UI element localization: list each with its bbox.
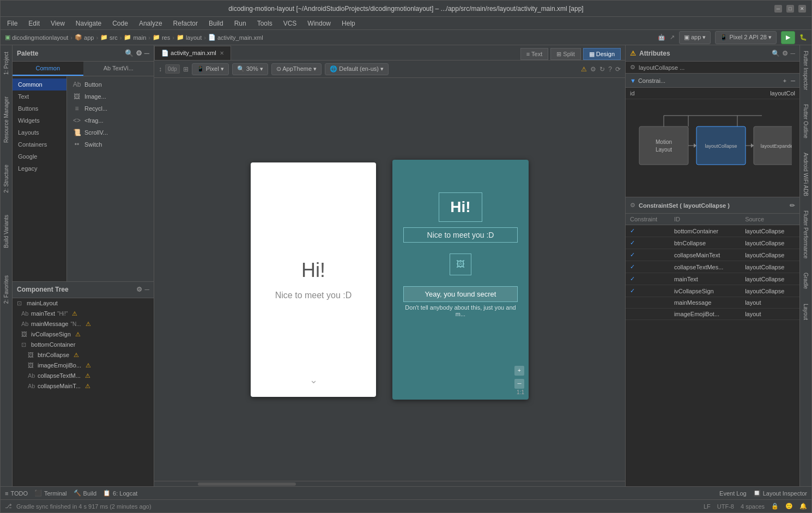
minimize-btn[interactable]: ─ <box>774 5 782 13</box>
cat-legacy[interactable]: Legacy <box>13 162 66 174</box>
ct-item-main-layout[interactable]: ⊡ mainLayout <box>13 298 154 309</box>
ct-settings-icon[interactable]: ⚙ <box>136 286 142 293</box>
favorites-tab[interactable]: 2: Favorites <box>2 272 11 307</box>
table-row[interactable]: ✓ btnCollapse layoutCollapse <box>626 237 799 249</box>
ct-item-main-message[interactable]: Ab mainMessage "N... ⚠ <box>13 319 154 329</box>
build-btn[interactable]: 🔨 Build <box>74 490 96 497</box>
table-row[interactable]: ✓ collapseTextMes... layoutCollapse <box>626 261 799 273</box>
bc-res[interactable]: 📁 res <box>153 34 170 41</box>
horizontal-scrollbar[interactable] <box>154 481 625 486</box>
config-icon[interactable]: ⚙ <box>590 65 596 73</box>
palette-settings-icon[interactable]: ⚙ <box>136 49 142 57</box>
palette-item-image[interactable]: 🖼 Image... <box>69 90 152 102</box>
menu-code[interactable]: Code <box>110 19 130 28</box>
logcat-btn[interactable]: 📋 6: Logcat <box>103 490 137 497</box>
table-row[interactable]: imageEmojiBot... layout <box>626 309 799 320</box>
sync-icon[interactable]: ↻ <box>599 65 605 73</box>
ct-item-collapse-main[interactable]: Ab collapseMainT... ⚠ <box>13 381 154 391</box>
table-row[interactable]: ✓ mainText layoutCollapse <box>626 273 799 285</box>
ct-item-collapse-text[interactable]: Ab collapseTextM... ⚠ <box>13 371 154 381</box>
dp-zero-icon[interactable]: 0dp <box>165 64 180 74</box>
menu-help[interactable]: Help <box>340 19 357 28</box>
bc-src[interactable]: 📁 src <box>100 34 118 41</box>
teal-minus-icon[interactable]: ─ <box>514 379 524 389</box>
cat-widgets[interactable]: Widgets <box>13 114 66 126</box>
resource-manager-tab[interactable]: Resource Manager <box>2 93 11 146</box>
palette-item-recyclerview[interactable]: ≡ Recycl... <box>69 102 152 114</box>
cursor-icon[interactable]: ↗ <box>670 34 675 41</box>
flutter-performance-tab[interactable]: Flutter Performance <box>801 207 810 262</box>
table-row[interactable]: mainMessage layout <box>626 297 799 309</box>
palette-tab-textview[interactable]: Ab TextVi... <box>83 62 154 76</box>
menu-navigate[interactable]: Navigate <box>74 19 104 28</box>
cat-containers[interactable]: Containers <box>13 138 66 150</box>
app-dropdown[interactable]: ▣ app ▾ <box>679 31 711 44</box>
menu-view[interactable]: View <box>49 19 67 28</box>
view-split-btn[interactable]: ⊞ Split <box>550 48 580 60</box>
table-row[interactable]: ✓ collapseMainText layoutCollapse <box>626 249 799 261</box>
cat-layouts[interactable]: Layouts <box>13 126 66 138</box>
cat-google[interactable]: Google <box>13 150 66 162</box>
ct-item-main-text[interactable]: Ab mainText "Hi!" ⚠ <box>13 309 154 319</box>
structure-tab[interactable]: 2: Structure <box>2 161 11 196</box>
bc-app[interactable]: 📦 app <box>75 34 94 41</box>
menu-run[interactable]: Run <box>232 19 249 28</box>
android-wifi-adb-tab[interactable]: Android WiFi ADB <box>801 149 810 200</box>
menu-analyze[interactable]: Analyze <box>137 19 165 28</box>
add-constraint-icon[interactable]: + <box>783 77 786 84</box>
tab-close-icon[interactable]: ✕ <box>220 50 224 56</box>
cat-text[interactable]: Text <box>13 90 66 102</box>
bc-layout[interactable]: 📁 layout <box>177 34 202 41</box>
layout-inspector-btn[interactable]: 🔲 Layout Inspector <box>753 490 807 497</box>
event-log-btn[interactable]: Event Log <box>719 490 747 497</box>
flutter-inspector-tab[interactable]: Flutter Inspector <box>801 47 810 93</box>
menu-refactor[interactable]: Refactor <box>171 19 200 28</box>
ct-item-bottom-container[interactable]: ⊡ bottomContainer <box>13 340 154 350</box>
ct-minimize-icon[interactable]: ─ <box>144 286 149 293</box>
remove-constraint-icon[interactable]: ─ <box>791 77 795 84</box>
view-design-btn[interactable]: ▦ Design <box>583 48 621 60</box>
menu-vcs[interactable]: VCS <box>281 19 299 28</box>
grid-icon[interactable]: ⊞ <box>183 65 189 73</box>
palette-item-switch[interactable]: •• Switch <box>69 138 152 150</box>
bc-file[interactable]: 📄 activity_main.xml <box>208 34 263 41</box>
menu-window[interactable]: Window <box>305 19 333 28</box>
terminal-btn[interactable]: ⬛ Terminal <box>34 490 67 497</box>
ct-item-iv-collapse[interactable]: 🖼 ivCollapseSign ⚠ <box>13 329 154 340</box>
palette-minimize-icon[interactable]: ─ <box>144 49 149 57</box>
bc-main[interactable]: 📁 main <box>124 34 146 41</box>
debug-icon[interactable]: 🐛 <box>799 34 807 41</box>
android-icon[interactable]: 🤖 <box>658 34 665 41</box>
layout-tab[interactable]: Layout <box>801 300 810 323</box>
menu-tools[interactable]: Tools <box>255 19 275 28</box>
palette-item-button[interactable]: Ab Button <box>69 79 152 90</box>
todo-btn[interactable]: ≡ TODO <box>5 490 28 497</box>
zoom-dropdown[interactable]: 🔍 30% ▾ <box>232 63 268 75</box>
teal-plus-icon[interactable]: + <box>514 366 524 376</box>
attr-settings-icon[interactable]: ⚙ <box>782 50 788 57</box>
locale-dropdown[interactable]: 🌐 Default (en-us) ▾ <box>325 63 389 75</box>
view-text-btn[interactable]: ≡ Text <box>520 48 548 60</box>
maximize-btn[interactable]: □ <box>786 5 794 13</box>
project-tab[interactable]: 1: Project <box>2 49 11 78</box>
attr-minimize-icon[interactable]: ─ <box>790 50 795 57</box>
palette-search-icon[interactable]: 🔍 <box>125 49 134 57</box>
ct-item-btn-collapse[interactable]: 🖼 btnCollapse ⚠ <box>13 350 154 360</box>
theme-dropdown[interactable]: ⊙ AppTheme ▾ <box>271 63 322 75</box>
ct-item-image-emoji[interactable]: 🖼 imageEmojiBo... ⚠ <box>13 360 154 371</box>
gradle-tab[interactable]: Gradle <box>801 269 810 292</box>
menu-build[interactable]: Build <box>207 19 226 28</box>
palette-item-fragment[interactable]: <> <frag... <box>69 114 152 126</box>
constraint-section-header[interactable]: ▼ Constrai... + ─ <box>626 74 799 88</box>
cat-buttons[interactable]: Buttons <box>13 102 66 114</box>
table-row[interactable]: ✓ bottomContainer layoutCollapse <box>626 225 799 237</box>
cs-edit-icon[interactable]: ✏ <box>790 202 795 209</box>
refresh-icon[interactable]: ⟳ <box>615 65 621 73</box>
close-btn[interactable]: ✕ <box>798 5 806 13</box>
pixel-dropdown[interactable]: 📱 Pixel ▾ <box>192 63 229 75</box>
file-tab-activity-main[interactable]: 📄 activity_main.xml ✕ <box>154 46 231 60</box>
cat-common[interactable]: Common <box>13 79 66 90</box>
palette-item-scrollview[interactable]: 📜 ScrollV... <box>69 126 152 138</box>
menu-file[interactable]: File <box>5 19 20 28</box>
attr-search-icon[interactable]: 🔍 <box>772 50 780 57</box>
